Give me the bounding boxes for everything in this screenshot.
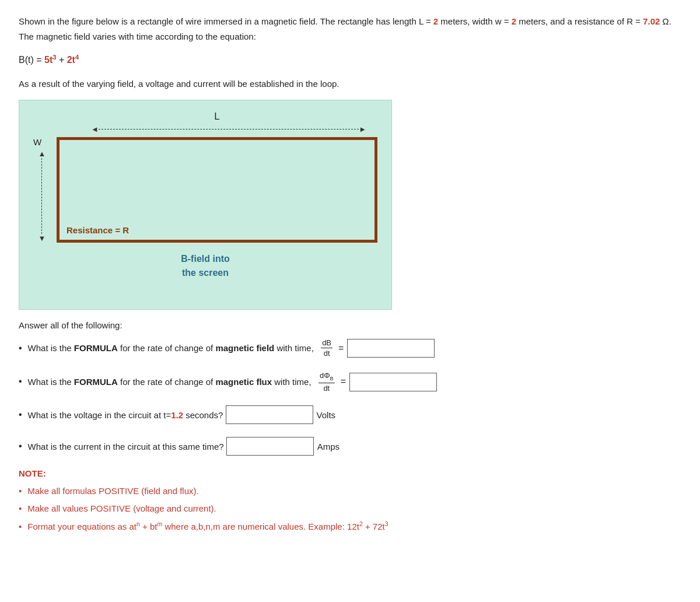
dphi-denominator: dt <box>322 383 331 393</box>
note-item-3: Format your equations as atn + btm where… <box>19 519 681 534</box>
intro-paragraph: Shown in the figure below is a rectangle… <box>19 14 681 44</box>
q1-equals: = <box>338 340 344 357</box>
L-arrow: ◄ ► <box>91 125 366 134</box>
q3-text: What is the voltage in the circuit at t=… <box>28 407 223 423</box>
question-2: What is the FORMULA for the rate of chan… <box>19 371 681 393</box>
diagram: L ◄ ► W ▲ ▼ Resistance = R B-field into … <box>19 100 392 310</box>
bfield-label: B-field into the screen <box>33 252 377 280</box>
w-arrow-col: W ▲ ▼ <box>33 137 51 243</box>
question-4: What is the current in the circuit at th… <box>19 437 681 456</box>
q2-equals: = <box>341 373 346 390</box>
answer-header: Answer all of the following: <box>19 320 681 330</box>
intro-text-3: meters, and a resistance of R = <box>516 16 643 26</box>
q3-unit: Volts <box>317 407 336 423</box>
q1-answer-input[interactable] <box>347 339 435 358</box>
note-item-1-text: Make all formulas POSITIVE (field and fl… <box>27 484 198 498</box>
dB-numerator: dB <box>321 338 332 349</box>
intro-text-2: meters, width w = <box>438 16 511 26</box>
q2-text: What is the FORMULA for the rate of chan… <box>28 374 312 390</box>
diagram-main: W ▲ ▼ Resistance = R <box>33 137 377 243</box>
L-label: L <box>214 111 219 123</box>
dphi-numerator: dΦB <box>318 371 335 383</box>
q1-text: What is the FORMULA for the rate of chan… <box>28 340 314 356</box>
answer-section: Answer all of the following: What is the… <box>19 320 681 456</box>
bt-term2: 2t4 <box>67 55 79 65</box>
note-item-3-text: Format your equations as atn + btm where… <box>27 519 388 534</box>
intro-text-1: Shown in the figure below is a rectangle… <box>19 16 433 26</box>
question-1: What is the FORMULA for the rate of chan… <box>19 338 681 358</box>
rectangle-wire: Resistance = R <box>57 137 377 243</box>
note-section: NOTE: Make all formulas POSITIVE (field … <box>19 468 681 534</box>
question-list: What is the FORMULA for the rate of chan… <box>19 338 681 456</box>
bt-label: B(t) = <box>19 55 44 65</box>
q4-unit: Amps <box>317 439 340 454</box>
L-arrow-body <box>99 129 359 130</box>
q2-answer-input[interactable] <box>349 373 437 391</box>
R-value: 7.02 <box>643 16 660 26</box>
arrow-left-icon: ◄ <box>91 125 99 134</box>
W-label: W <box>33 137 41 147</box>
arrow-right-icon: ► <box>359 125 366 134</box>
arrow-down-icon: ▼ <box>38 234 46 243</box>
question-3: What is the voltage in the circuit at t=… <box>19 405 681 424</box>
L-value: 2 <box>433 16 438 26</box>
L-arrow-row: ◄ ► <box>57 125 401 134</box>
arrow-up-icon: ▲ <box>38 149 46 158</box>
dphi-dt-fraction: dΦB dt <box>318 371 335 393</box>
bfield-line2: the screen <box>182 268 229 278</box>
as-result-text: As a result of the varying field, a volt… <box>19 76 681 92</box>
dB-dt-fraction: dB dt <box>321 338 332 358</box>
bt-equation: B(t) = 5t3 + 2t4 <box>19 51 681 69</box>
note-item-2-text: Make all values POSITIVE (voltage and cu… <box>27 502 216 516</box>
w-arrow-body <box>41 158 43 234</box>
resistance-label: Resistance = R <box>66 225 129 235</box>
dB-denominator: dt <box>323 348 331 358</box>
q3-time: 1.2 <box>171 410 183 420</box>
W-arrow: ▲ ▼ <box>38 149 46 243</box>
q4-answer-input[interactable] <box>226 437 314 456</box>
note-item-2: Make all values POSITIVE (voltage and cu… <box>19 502 681 516</box>
bt-term1: 5t3 <box>44 55 56 65</box>
w-value: 2 <box>512 16 516 26</box>
bt-plus: + <box>56 55 66 65</box>
q4-text: What is the current in the circuit at th… <box>28 439 224 454</box>
bfield-line1: B-field into <box>181 254 230 264</box>
q3-answer-input[interactable] <box>226 405 313 424</box>
L-label-row: L <box>33 111 377 123</box>
note-item-1: Make all formulas POSITIVE (field and fl… <box>19 484 681 498</box>
note-list: Make all formulas POSITIVE (field and fl… <box>19 484 681 534</box>
note-title: NOTE: <box>19 468 681 478</box>
